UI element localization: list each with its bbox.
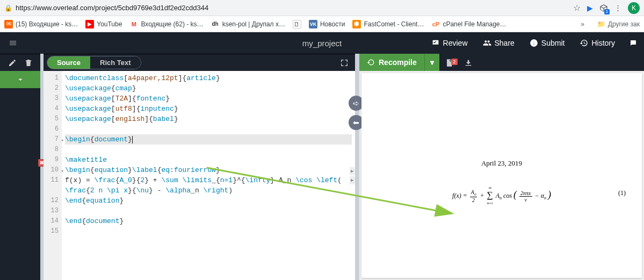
bookmarks-bar: ✉(15) Входящие - ks… ▶YouTube MВходящие … (0, 16, 644, 32)
profile-avatar[interactable]: K (628, 2, 640, 14)
code-content[interactable]: \documentclass[a4paper,12pt]{article}\us… (62, 71, 355, 280)
share-button[interactable]: Share (475, 32, 522, 54)
logs-button[interactable]: 2 (439, 58, 459, 67)
richtext-tab[interactable]: Rich Text (90, 56, 141, 69)
bookmark-item[interactable]: dhksen-pol | Друпал х… (211, 20, 285, 28)
browser-menu-icon[interactable]: ⋮ (614, 4, 621, 12)
browser-url-bar: 🔒 https://www.overleaf.com/project/5cbd9… (0, 0, 644, 16)
bookmark-item[interactable]: ✉(15) Входящие - ks… (4, 20, 78, 28)
fold-icon[interactable]: ▾ (61, 167, 64, 177)
expand-editor-icon[interactable] (334, 58, 355, 67)
pdf-page[interactable]: April 23, 2019 f(x) = A02 + ∞∑n=1 An cos… (361, 73, 642, 278)
app-header: my_project Review Share Submit History (0, 32, 644, 54)
pdf-date: April 23, 2019 (378, 159, 626, 168)
line-numbers: 1 2 3 4 5 6 7▾ 8 9 10▾ 11 12 13 14 15 (44, 71, 62, 280)
history-button[interactable]: History (572, 32, 623, 54)
other-bookmarks[interactable]: 📁Другие зак (597, 20, 640, 28)
pdf-equation: f(x) = A02 + ∞∑n=1 An cos ( 2nπxν − αn )… (378, 189, 626, 203)
bookmarks-overflow-icon[interactable]: » (581, 20, 584, 28)
file-tree-collapsed (0, 71, 40, 280)
pane-splitter[interactable]: ➪ ⬅ (355, 71, 359, 280)
bookmark-item[interactable]: VKНовости (309, 20, 345, 28)
chat-button[interactable] (623, 32, 644, 54)
bookmark-item[interactable]: ⬢FastComet - Client… (352, 20, 424, 28)
recompile-dropdown[interactable]: ▾ (424, 54, 439, 71)
menu-button[interactable] (0, 32, 26, 54)
url-text[interactable]: https://www.overleaf.com/project/5cbd976… (16, 4, 573, 12)
submit-button[interactable]: Submit (522, 32, 573, 54)
new-file-icon[interactable] (8, 58, 17, 67)
project-title[interactable]: my_project (302, 39, 342, 48)
recompile-button[interactable]: Recompile ▾ (359, 54, 439, 71)
editor-mode-toggle: Source Rich Text (47, 56, 141, 69)
scroll-chevron-icon[interactable]: ▶ (350, 176, 355, 184)
equation-number: (1) (618, 189, 626, 197)
delete-icon[interactable] (24, 58, 33, 67)
bookmark-item[interactable]: MВходящие (62) - ks… (129, 20, 203, 28)
bookmark-item[interactable]: 🗋 (293, 20, 301, 28)
expand-sidebar-button[interactable] (0, 71, 40, 88)
extension-icon[interactable]: 1 (599, 3, 608, 13)
source-tab[interactable]: Source (47, 56, 90, 69)
download-pdf-button[interactable] (459, 58, 478, 67)
review-button[interactable]: Review (424, 32, 475, 54)
play-icon[interactable]: ▶ (587, 4, 593, 12)
scroll-chevron-icon[interactable]: ▶ (350, 167, 355, 175)
pdf-preview-pane: April 23, 2019 f(x) = A02 + ∞∑n=1 An cos… (359, 71, 644, 280)
fold-icon[interactable]: ▾ (61, 136, 64, 146)
code-editor[interactable]: 1 2 3 4 5 6 7▾ 8 9 10▾ 11 12 13 14 15 \d… (44, 71, 355, 280)
bookmark-star-icon[interactable]: ☆ (573, 3, 581, 13)
bookmark-item[interactable]: cPcPanel File Manage… (431, 20, 506, 28)
lock-icon: 🔒 (4, 4, 12, 12)
bookmark-item[interactable]: ▶YouTube (85, 20, 122, 28)
